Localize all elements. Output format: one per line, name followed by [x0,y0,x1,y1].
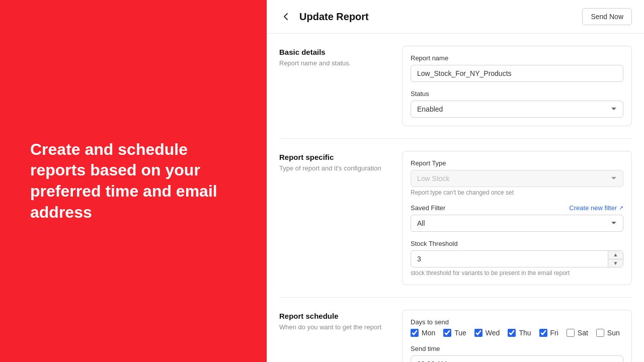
day-tue[interactable]: Tue [443,329,466,337]
basic-details-info: Basic details Report name and status. [279,46,390,126]
stock-threshold-hint: stock threshold for variants to be prese… [411,269,623,277]
status-label: Status [411,90,623,98]
day-wed-checkbox[interactable] [474,329,482,337]
back-arrow-icon [281,12,291,22]
back-button[interactable] [279,10,293,24]
report-type-hint: Report type can't be changed once set [411,189,623,196]
left-panel-text: Create and schedule reports based on you… [30,139,236,223]
basic-details-section: Basic details Report name and status. Re… [279,46,632,126]
day-sat[interactable]: Sat [567,329,588,337]
send-time-label: Send time [411,345,623,352]
report-specific-info: Report specific Type of report and it's … [279,151,390,285]
report-type-field: Report Type Low Stock Report type can't … [411,159,623,196]
report-name-input[interactable] [411,65,623,82]
spinner-up-button[interactable]: ▲ [608,251,623,259]
days-to-send-field: Days to send Mon Tue [411,318,623,337]
report-specific-section: Report specific Type of report and it's … [279,151,632,285]
report-name-field: Report name [411,54,623,82]
stock-threshold-input[interactable] [411,250,623,267]
day-mon-checkbox[interactable] [411,329,419,337]
day-wed-label: Wed [486,329,500,337]
divider-2 [279,297,632,298]
day-mon[interactable]: Mon [411,329,435,337]
day-sun-label: Sun [607,329,620,337]
status-field: Status Enabled Disabled [411,90,623,118]
basic-details-desc: Report name and status. [279,59,390,67]
stock-threshold-wrapper: ▲ ▼ [411,250,623,267]
modal: Update Report Send Now Basic details Rep… [267,0,644,362]
divider-1 [279,138,632,139]
page-title: Update Report [299,11,369,23]
day-sun[interactable]: Sun [596,329,620,337]
external-link-icon: ↗ [619,205,623,211]
report-type-label: Report Type [411,159,623,167]
report-schedule-section: Report schedule When do you want to get … [279,310,632,362]
basic-details-content: Report name Status Enabled Disabled [402,46,632,126]
saved-filter-label-row: Saved Filter Create new filter ↗ [411,204,623,212]
day-thu-label: Thu [519,329,531,337]
stock-threshold-label: Stock Threshold [411,240,623,247]
report-specific-desc: Type of report and it's configuration [279,164,390,172]
saved-filter-select[interactable]: All [411,215,623,232]
basic-details-title: Basic details [279,48,390,56]
days-to-send-label: Days to send [411,318,623,326]
report-schedule-title: Report schedule [279,312,390,320]
day-thu-checkbox[interactable] [508,329,516,337]
modal-body: Basic details Report name and status. Re… [267,34,644,362]
report-schedule-content: Days to send Mon Tue [402,310,632,362]
day-mon-label: Mon [422,329,435,337]
day-tue-label: Tue [454,329,466,337]
day-wed[interactable]: Wed [474,329,500,337]
day-tue-checkbox[interactable] [443,329,451,337]
day-thu[interactable]: Thu [508,329,531,337]
create-new-filter-link[interactable]: Create new filter ↗ [569,204,623,212]
spinner-down-button[interactable]: ▼ [608,259,623,267]
right-panel: Update Report Send Now Basic details Rep… [267,0,644,362]
left-panel: Create and schedule reports based on you… [0,0,267,362]
report-schedule-info: Report schedule When do you want to get … [279,310,390,362]
send-time-field: Send time 09:00 AM 10:00 AM 11:00 AM Sho… [411,345,623,362]
report-name-label: Report name [411,54,623,62]
send-now-button[interactable]: Send Now [582,8,632,25]
day-fri-label: Fri [550,329,558,337]
report-schedule-desc: When do you want to get the report [279,323,390,331]
number-spinners: ▲ ▼ [608,251,623,267]
modal-header: Update Report Send Now [267,0,644,34]
modal-header-left: Update Report [279,10,369,24]
saved-filter-field: Saved Filter Create new filter ↗ All [411,204,623,232]
day-sun-checkbox[interactable] [596,329,604,337]
report-specific-content: Report Type Low Stock Report type can't … [402,151,632,285]
saved-filter-label: Saved Filter [411,204,445,212]
days-group: Mon Tue Wed [411,329,623,337]
day-fri-checkbox[interactable] [539,329,547,337]
day-sat-checkbox[interactable] [567,329,575,337]
report-specific-title: Report specific [279,153,390,161]
day-sat-label: Sat [578,329,588,337]
send-time-select[interactable]: 09:00 AM 10:00 AM 11:00 AM [411,355,623,362]
status-select[interactable]: Enabled Disabled [411,101,623,118]
create-new-filter-label: Create new filter [569,204,617,212]
report-type-select[interactable]: Low Stock [411,170,623,187]
day-fri[interactable]: Fri [539,329,558,337]
stock-threshold-field: Stock Threshold ▲ ▼ stock threshold for … [411,240,623,277]
